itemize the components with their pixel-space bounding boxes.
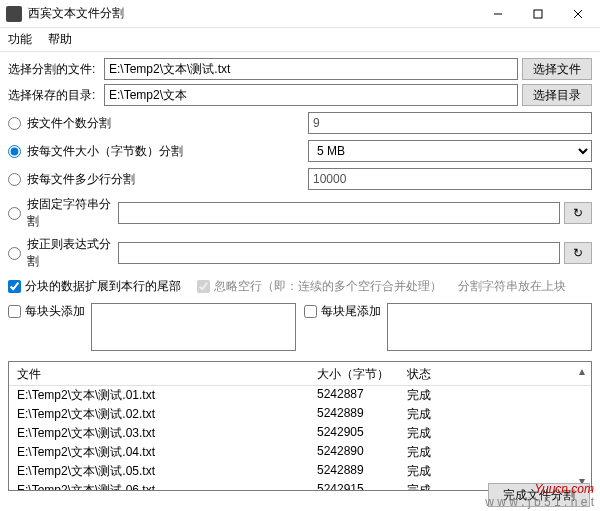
radio-by-fixed-input[interactable] [8,207,21,220]
cell-status: 完成 [407,406,583,423]
radio-by-fixed-label: 按固定字符串分割 [27,196,118,230]
radio-by-lines-input[interactable] [8,173,21,186]
maximize-button[interactable] [518,0,558,28]
table-row[interactable]: E:\Temp2\文本\测试.04.txt5242890完成 [17,443,583,462]
cell-size: 5242905 [317,425,407,442]
save-dir-label: 选择保存的目录: [8,87,100,104]
radio-by-lines-label: 按每文件多少行分割 [27,171,135,188]
cell-file: E:\Temp2\文本\测试.05.txt [17,463,317,480]
check-ignore-blank: 忽略空行（即：连续的多个空行合并处理） [197,278,442,295]
complete-split-button[interactable]: 完成文件分割 [488,483,590,507]
check-head-label: 每块头添加 [25,303,85,320]
check-tail-input[interactable] [304,305,317,318]
head-text-box[interactable] [91,303,296,351]
radio-by-regex-input[interactable] [8,247,21,260]
svg-rect-1 [534,10,542,18]
select-file-input[interactable] [104,58,518,80]
check-extend-label: 分块的数据扩展到本行的尾部 [25,278,181,295]
by-size-select[interactable]: 5 MB [308,140,592,162]
app-icon [6,6,22,22]
cell-file: E:\Temp2\文本\测试.02.txt [17,406,317,423]
col-file[interactable]: 文件 [17,366,317,383]
cell-status: 完成 [407,425,583,442]
cell-status: 完成 [407,444,583,461]
cell-file: E:\Temp2\文本\测试.04.txt [17,444,317,461]
select-file-button[interactable]: 选择文件 [522,58,592,80]
history-icon: ↻ [573,246,583,260]
results-table: ▴ ▾ 文件 大小（字节） 状态 E:\Temp2\文本\测试.01.txt52… [8,361,592,491]
tail-text-box[interactable] [387,303,592,351]
radio-by-size-input[interactable] [8,145,21,158]
history-icon: ↻ [573,206,583,220]
check-extend-input[interactable] [8,280,21,293]
by-regex-input[interactable] [118,242,560,264]
cell-size: 5242915 [317,482,407,491]
scroll-up-icon[interactable]: ▴ [575,364,589,378]
by-lines-value[interactable]: 10000 [308,168,592,190]
cell-status: 完成 [407,387,583,404]
by-fixed-input[interactable] [118,202,560,224]
save-dir-input[interactable] [104,84,518,106]
radio-by-fixed[interactable]: 按固定字符串分割 [8,196,118,230]
by-regex-history-button[interactable]: ↻ [564,242,592,264]
table-row[interactable]: E:\Temp2\文本\测试.05.txt5242889完成 [17,462,583,481]
radio-by-lines[interactable]: 按每文件多少行分割 [8,171,308,188]
radio-by-regex-label: 按正则表达式分割 [27,236,118,270]
radio-by-count-input[interactable] [8,117,21,130]
check-ignore-label: 忽略空行（即：连续的多个空行合并处理） [214,278,442,295]
cell-size: 5242889 [317,463,407,480]
cell-file: E:\Temp2\文本\测试.06.txt [17,482,317,491]
close-button[interactable] [558,0,598,28]
radio-by-regex[interactable]: 按正则表达式分割 [8,236,118,270]
table-row[interactable]: E:\Temp2\文本\测试.02.txt5242889完成 [17,405,583,424]
radio-by-count[interactable]: 按文件个数分割 [8,115,308,132]
col-size[interactable]: 大小（字节） [317,366,407,383]
window-title: 西宾文本文件分割 [28,5,478,22]
by-count-value[interactable]: 9 [308,112,592,134]
cell-size: 5242890 [317,444,407,461]
radio-by-size-label: 按每文件大小（字节数）分割 [27,143,183,160]
menu-help[interactable]: 帮助 [48,31,72,48]
select-file-label: 选择分割的文件: [8,61,100,78]
menu-functions[interactable]: 功能 [8,31,32,48]
split-char-position-label: 分割字符串放在上块 [458,278,566,295]
check-extend-line-end[interactable]: 分块的数据扩展到本行的尾部 [8,278,181,295]
radio-by-size[interactable]: 按每文件大小（字节数）分割 [8,143,308,160]
cell-file: E:\Temp2\文本\测试.01.txt [17,387,317,404]
title-bar: 西宾文本文件分割 [0,0,600,28]
cell-size: 5242889 [317,406,407,423]
table-row[interactable]: E:\Temp2\文本\测试.03.txt5242905完成 [17,424,583,443]
cell-size: 5242887 [317,387,407,404]
check-head-add[interactable]: 每块头添加 [8,303,85,320]
cell-status: 完成 [407,463,583,480]
by-fixed-history-button[interactable]: ↻ [564,202,592,224]
cell-file: E:\Temp2\文本\测试.03.txt [17,425,317,442]
check-tail-label: 每块尾添加 [321,303,381,320]
check-head-input[interactable] [8,305,21,318]
minimize-button[interactable] [478,0,518,28]
col-status[interactable]: 状态 [407,366,583,383]
save-dir-button[interactable]: 选择目录 [522,84,592,106]
check-ignore-input [197,280,210,293]
check-tail-add[interactable]: 每块尾添加 [304,303,381,320]
radio-by-count-label: 按文件个数分割 [27,115,111,132]
table-row[interactable]: E:\Temp2\文本\测试.01.txt5242887完成 [17,386,583,405]
menu-bar: 功能 帮助 [0,28,600,52]
